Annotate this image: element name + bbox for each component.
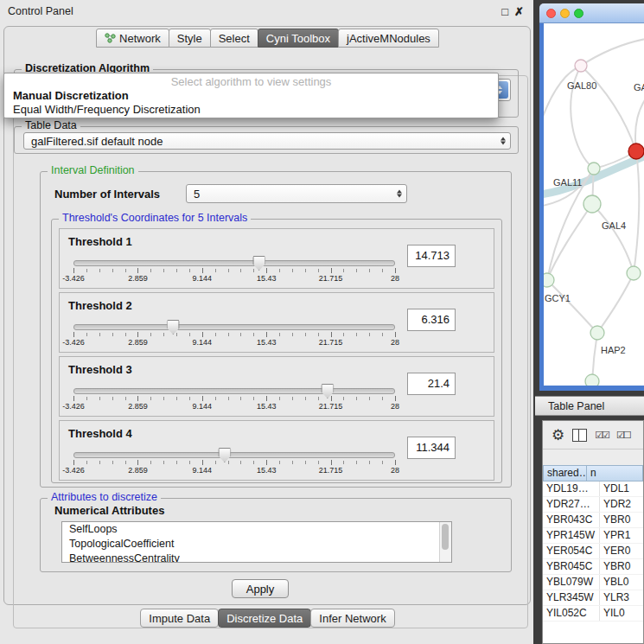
apply-button[interactable]: Apply <box>232 579 289 598</box>
network-node[interactable] <box>544 273 554 287</box>
slider-scale-label: 15.43 <box>257 274 277 283</box>
table-row[interactable]: YPR145WYPR1 <box>543 528 643 544</box>
slider-scale-label: 21.715 <box>319 466 343 475</box>
slider-scale-label: 9.144 <box>193 274 213 283</box>
slider-major-tick <box>137 460 138 465</box>
network-canvas-svg[interactable]: GAL80GAGAL11GAL4GCY1HAP2 <box>544 23 644 386</box>
table-data-group: Table Data galFiltered.sif default node <box>14 126 519 154</box>
network-node[interactable] <box>627 266 641 280</box>
column-header-name[interactable]: n <box>587 465 643 481</box>
column-header-shared-name[interactable]: shared… <box>543 465 587 481</box>
table-row[interactable]: YBL079WYBL0 <box>543 575 643 590</box>
minimize-traffic-light[interactable] <box>560 9 570 18</box>
tab-label: Discretize Data <box>226 612 303 625</box>
algorithm-option-manual-discretization[interactable]: Manual Discretization <box>4 89 498 103</box>
combo-value: galFiltered.sif default node <box>31 133 163 149</box>
table-row[interactable]: YER054CYER0 <box>543 544 643 559</box>
threshold-label: Threshold 3 <box>68 363 132 376</box>
threshold-slider[interactable]: -3.4262.8599.14415.4321.71528 <box>73 260 395 284</box>
slider-major-tick <box>137 332 138 337</box>
tab-impute-data[interactable]: Impute Data <box>140 609 219 628</box>
num-intervals-combobox[interactable]: 5 <box>186 184 407 203</box>
slider-scale-label: 15.43 <box>257 466 277 475</box>
table-row[interactable]: YDR27…YDR2 <box>543 497 643 513</box>
cell-name: YBR0 <box>600 513 643 527</box>
network-node[interactable] <box>588 163 600 175</box>
attributes-group: Attributes to discretize Numerical Attri… <box>40 498 512 572</box>
table-row[interactable]: YDL19…YDL1 <box>543 481 643 497</box>
tab-infer-network[interactable]: Infer Network <box>310 609 394 628</box>
cell-shared-name: YBL079W <box>543 575 600 590</box>
network-node[interactable] <box>585 374 599 386</box>
tab-network[interactable]: Network <box>96 29 169 48</box>
columns-icon[interactable] <box>572 429 587 442</box>
threshold-value-field[interactable]: 6.316 <box>407 309 456 331</box>
network-node[interactable] <box>583 195 601 213</box>
threshold-slider[interactable]: -3.4262.8599.14415.4321.71528 <box>73 388 395 412</box>
threshold-value-field[interactable]: 21.4 <box>407 373 456 395</box>
tab-discretize-data[interactable]: Discretize Data <box>218 609 311 628</box>
threshold-slider[interactable]: -3.4262.8599.14415.4321.71528 <box>73 324 395 348</box>
group-title-table-data: Table Data <box>22 119 80 131</box>
cell-shared-name: YIL052C <box>543 606 600 621</box>
table-row[interactable]: YLR345WYLR3 <box>543 590 643 606</box>
algorithm-option-equal-width-frequency-discretization[interactable]: Equal Width/Frequency Discretization <box>4 103 498 117</box>
cell-shared-name: YER054C <box>543 544 600 558</box>
table-data-combobox[interactable]: galFiltered.sif default node <box>23 132 511 150</box>
slider-track <box>73 324 395 330</box>
attribute-list-item[interactable]: BetweennessCentrality <box>62 552 451 563</box>
close-traffic-light[interactable] <box>546 9 556 18</box>
table-panel-titlebar: Table Panel <box>535 396 644 416</box>
combo-stepper-icon[interactable] <box>501 137 506 145</box>
slider-scale-label: 21.715 <box>319 338 343 347</box>
tab-label: Select <box>219 32 250 45</box>
network-node-label: GAL11 <box>553 177 582 188</box>
list-scrollbar[interactable] <box>439 522 451 562</box>
threshold-label: Threshold 1 <box>68 235 132 248</box>
table-row[interactable]: YIL052CYIL0 <box>543 606 643 622</box>
table-toolbar: ⚙ ☑☑ ☑☐ <box>543 421 643 450</box>
tab-style[interactable]: Style <box>169 29 211 48</box>
table-row[interactable]: YBR045CYBR0 <box>543 559 643 575</box>
gear-icon[interactable]: ⚙ <box>552 428 564 443</box>
attribute-list-item[interactable]: TopologicalCoefficient <box>62 537 451 552</box>
scrollbar-thumb[interactable] <box>442 524 449 550</box>
tab-label: Network <box>119 32 161 45</box>
slider-major-tick <box>137 268 138 273</box>
slider-scale-label: 2.859 <box>128 338 148 347</box>
control-panel-titlebar: Control Panel □ ✗ <box>0 0 536 22</box>
network-node[interactable] <box>628 143 644 159</box>
slider-major-tick <box>331 460 332 465</box>
threshold-value-field[interactable]: 11.344 <box>407 437 456 459</box>
table-row[interactable]: YBR043CYBR0 <box>543 513 643 528</box>
cell-name: YLR3 <box>600 590 643 605</box>
zoom-traffic-light[interactable] <box>574 9 583 18</box>
num-intervals-label: Number of Intervals <box>54 188 160 201</box>
close-icon[interactable]: ✗ <box>514 5 524 18</box>
group-title-thresholds: Threshold's Coordinates for 5 Intervals <box>59 212 251 224</box>
slider-minor-ticks <box>73 397 395 400</box>
slider-scale-label: 15.43 <box>257 402 277 411</box>
tab-jactivemnodules[interactable]: jActiveMNodules <box>338 29 439 48</box>
slider-scale-label: -3.426 <box>62 402 85 411</box>
combo-stepper-icon[interactable] <box>397 190 402 198</box>
network-window-titlebar <box>539 3 644 23</box>
tab-select[interactable]: Select <box>210 29 258 48</box>
table-body: YDL19…YDL1YDR27…YDR2YBR043CYBR0YPR145WYP… <box>543 481 643 643</box>
network-canvas[interactable]: GAL80GAGAL11GAL4GCY1HAP2 <box>544 23 644 386</box>
network-node[interactable] <box>590 326 604 340</box>
select-rows-icon[interactable]: ☑☑ <box>595 430 609 441</box>
threshold-value-field[interactable]: 14.713 <box>407 245 456 267</box>
table-header: shared… n <box>543 465 643 481</box>
tab-cyni-toolbox[interactable]: Cyni Toolbox <box>258 29 339 48</box>
threshold-slider[interactable]: -3.4262.8599.14415.4321.71528 <box>73 452 395 476</box>
cell-name: YPR1 <box>600 528 643 543</box>
select-columns-icon[interactable]: ☑☐ <box>616 430 630 441</box>
float-window-icon[interactable]: □ <box>501 5 508 18</box>
cell-shared-name: YDR27… <box>543 497 600 512</box>
numerical-attributes-list[interactable]: SelfLoopsTopologicalCoefficientBetweenne… <box>61 521 452 563</box>
slider-major-tick <box>202 396 203 401</box>
attribute-list-item[interactable]: SelfLoops <box>62 522 451 537</box>
slider-major-tick <box>266 332 267 337</box>
network-node[interactable] <box>575 60 587 72</box>
